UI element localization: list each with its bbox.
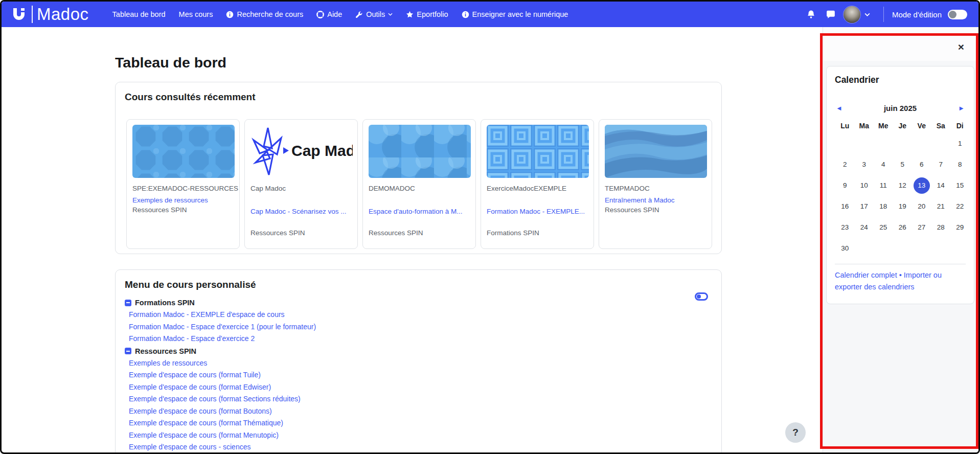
course-image [605,125,707,178]
cap-madoc-logo-image: Cap Madoc [250,125,353,178]
course-menu-link[interactable]: Exemples de ressources [125,357,316,370]
course-link[interactable]: Cap Madoc - Scénarisez vos ... [250,208,352,215]
calendar-day[interactable]: 2 [835,154,855,175]
calendar-day[interactable]: 25 [874,217,893,238]
course-card-exercicemadocexemple: ExerciceMadocEXEMPLEFormation Madoc - EX… [481,119,594,249]
calendar-day-selected[interactable]: 13 [912,175,931,196]
course-card-cap-madoc: Cap MadocCap MadocCap Madoc - Scénarisez… [244,119,358,249]
calendar-empty-cell [874,238,893,259]
course-menu-link[interactable]: Exemple d'espace de cours (format Edwise… [125,381,316,394]
calendar-day[interactable]: 14 [931,175,951,196]
calendar-day[interactable]: 17 [855,196,874,217]
course-menu-link[interactable]: Exemple d'espace de cours (format Bouton… [125,405,316,418]
calendar-day[interactable]: 1 [950,133,970,154]
nav-item-mes-cours[interactable]: Mes cours [179,10,213,18]
course-link[interactable]: Espace d'auto-formation à M... [369,208,470,215]
calendar-day[interactable]: 21 [931,196,951,217]
calendar-day[interactable]: 3 [855,154,874,175]
nav-item-tableau-de-bord[interactable]: Tableau de bord [112,10,166,18]
calendar-day[interactable]: 30 [835,238,855,259]
nav-item-label: Enseigner avec le numérique [472,10,568,18]
toggle-knob [949,11,956,18]
nav-item-label: Mes cours [179,10,213,18]
notifications-bell-button[interactable] [802,2,821,27]
calendar-day[interactable]: 9 [835,175,855,196]
calendar-day[interactable]: 23 [835,217,855,238]
calendar-empty-cell [893,238,913,259]
nav-item-aide[interactable]: Aide [316,10,342,18]
calendar-day[interactable]: 15 [950,175,970,196]
calendar-weekday-je: Je [893,119,913,133]
calendar-day[interactable]: 10 [855,175,874,196]
course-image [132,125,235,178]
nav-item-outils[interactable]: Outils [355,10,393,18]
course-menu-link[interactable]: Formation Madoc - Espace d'exercice 2 [125,333,316,345]
course-menu-link[interactable]: Formation Madoc - Espace d'exercice 1 (p… [125,321,316,333]
course-image [369,125,471,178]
course-menu-link[interactable]: Exemple d'espace de cours (format Menuto… [125,429,316,442]
calendar-day[interactable]: 28 [931,217,951,238]
calendar-day[interactable]: 8 [950,154,970,175]
course-menu-link[interactable]: Formation Madoc - EXEMPLE d'espace de co… [125,309,316,321]
calendar-day[interactable]: 19 [893,196,913,217]
course-card-spe-exemadoc-ressources: SPE:EXEMADOC-RESSOURCESExemples de resso… [126,119,240,249]
course-menu-card: Menu de cours personnalisé Formations SP… [115,269,722,454]
calendar-day[interactable]: 11 [874,175,893,196]
user-menu[interactable] [840,6,875,23]
calendar-next-month-button[interactable]: ► [958,104,965,112]
nav-item-recherche-de-cours[interactable]: Recherche de cours [226,10,303,18]
close-drawer-button[interactable]: × [958,41,964,52]
browser-window: Madoc Tableau de bordMes coursRecherche … [0,0,980,454]
brand-home-link[interactable]: Madoc [10,2,89,27]
calendar-day[interactable]: 27 [912,217,931,238]
calendar-weekday-di: Di [950,119,970,133]
calendar-day[interactable]: 16 [835,196,855,217]
calendar-day[interactable]: 7 [931,154,951,175]
wrench-icon [355,11,363,18]
calendar-day[interactable]: 5 [893,154,913,175]
course-link[interactable]: Formation Madoc - EXEMPLE... [487,208,588,215]
calendar-day[interactable]: 18 [874,196,893,217]
full-calendar-link[interactable]: Calendrier complet [835,271,897,279]
calendar-day[interactable]: 29 [950,217,970,238]
star-icon [406,11,414,18]
bell-icon [807,10,815,19]
course-menu-link[interactable]: Exemple d'espace de cours (format Sectio… [125,393,316,405]
nav-item-enseigner-avec-le-numerique[interactable]: Enseigner avec le numérique [462,10,568,18]
collapse-minus-icon[interactable] [125,300,131,306]
nav-item-label: Tableau de bord [112,10,166,18]
course-link[interactable]: Exemples de ressources [132,196,234,204]
course-image: Cap Madoc [250,125,353,178]
calendar-weekday-sa: Sa [931,119,951,133]
block-visibility-toggle-icon[interactable] [695,292,708,301]
calendar-prev-month-button[interactable]: ◄ [836,104,842,112]
hexagon-pattern-image [132,125,235,178]
course-category: SPE:EXEMADOC-RESSOURCES [132,185,234,192]
calendar-day[interactable]: 22 [950,196,970,217]
course-menu-link[interactable]: Exemple d'espace de cours (format Thémat… [125,417,316,429]
calendar-day[interactable]: 4 [874,154,893,175]
course-menu-link[interactable]: Exemple d'espace de cours - sciences [125,441,316,453]
help-button[interactable]: ? [785,422,806,443]
course-menu-link[interactable]: Exemple d'espace de cours (format Tuile) [125,369,316,381]
calendar-day[interactable]: 20 [912,196,931,217]
course-link[interactable]: Entraînement à Madoc [605,196,706,204]
brand-divider [32,6,33,23]
calendar-day[interactable]: 6 [912,154,931,175]
tree-group-label: Formations SPIN [135,299,195,307]
edit-mode-label: Mode d'édition [892,10,942,19]
calendar-block-title: Calendrier [835,75,966,85]
edit-mode-toggle[interactable] [948,10,967,19]
square-pattern-image [487,125,589,178]
messages-button[interactable] [821,2,840,27]
calendar-day[interactable]: 24 [855,217,874,238]
top-navbar: Madoc Tableau de bordMes coursRecherche … [2,2,978,27]
calendar-day[interactable]: 12 [893,175,913,196]
info-icon [462,11,469,18]
nav-item-eportfolio[interactable]: Eportfolio [406,10,448,18]
calendar-block: Calendrier ◄ juin 2025 ► LuMaMeJeVeSaDi1… [826,66,974,304]
collapse-minus-icon[interactable] [125,348,131,354]
info-icon [226,11,234,18]
calendar-day[interactable]: 26 [893,217,913,238]
course-card-tempmadoc: TEMPMADOCEntraînement à MadocRessources … [599,119,712,249]
